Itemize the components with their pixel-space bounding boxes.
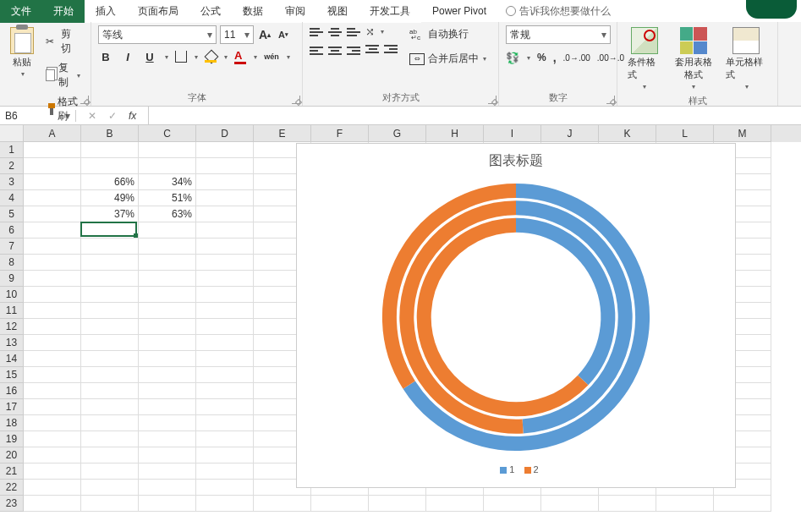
tab-home[interactable]: 开始 (42, 0, 85, 23)
cell-B10[interactable] (81, 287, 139, 303)
dialog-launcher-icon[interactable] (80, 96, 89, 104)
dialog-launcher-icon[interactable] (606, 96, 615, 104)
cell-A7[interactable] (24, 239, 81, 255)
cell-C2[interactable] (139, 158, 196, 174)
cell-A23[interactable] (24, 496, 81, 512)
cell-A5[interactable] (24, 206, 81, 222)
format-as-table-button[interactable]: 套用表格格式▾ (670, 25, 717, 92)
col-header-I[interactable]: I (484, 125, 541, 142)
cell-A15[interactable] (24, 367, 81, 383)
cell-B18[interactable] (81, 415, 139, 431)
italic-button[interactable]: I (120, 49, 135, 64)
row-header-2[interactable]: 2 (0, 158, 24, 174)
cell-A22[interactable] (24, 480, 81, 496)
cell-A19[interactable] (24, 431, 81, 447)
cell-D15[interactable] (196, 367, 254, 383)
cell-C20[interactable] (139, 447, 196, 463)
col-header-G[interactable]: G (369, 125, 426, 142)
cell-D17[interactable] (196, 399, 254, 415)
row-header-14[interactable]: 14 (0, 351, 24, 367)
cell-A6[interactable] (24, 222, 81, 239)
cell-D21[interactable] (196, 463, 254, 480)
font-color-button[interactable]: A (234, 49, 246, 64)
col-header-D[interactable]: D (196, 125, 254, 142)
align-left-button[interactable] (310, 45, 323, 57)
cell-D19[interactable] (196, 431, 254, 447)
tab-layout[interactable]: 页面布局 (127, 0, 189, 23)
cell-B6[interactable] (81, 222, 139, 239)
col-header-F[interactable]: F (311, 125, 369, 142)
cell-A2[interactable] (24, 158, 81, 174)
cell-C16[interactable] (139, 383, 196, 399)
paste-button[interactable]: 粘贴 ▾ (7, 25, 37, 80)
cell-J23[interactable] (541, 496, 599, 512)
cell-B20[interactable] (81, 447, 139, 463)
cell-D11[interactable] (196, 303, 254, 319)
cell-C17[interactable] (139, 399, 196, 415)
cell-C3[interactable]: 34% (139, 174, 196, 190)
cell-C7[interactable] (139, 239, 196, 255)
cell-D20[interactable] (196, 447, 254, 463)
cell-B21[interactable] (81, 463, 139, 480)
cell-styles-button[interactable]: 单元格样式▾ (722, 25, 771, 92)
row-header-5[interactable]: 5 (0, 206, 24, 222)
cell-B5[interactable]: 37% (81, 206, 139, 222)
cell-A17[interactable] (24, 399, 81, 415)
cell-D16[interactable] (196, 383, 254, 399)
cell-D5[interactable] (196, 206, 254, 222)
enter-formula-icon[interactable]: ✓ (108, 110, 117, 122)
increase-font-button[interactable]: A▴ (257, 27, 272, 42)
tab-insert[interactable]: 插入 (85, 0, 127, 23)
underline-button[interactable]: U (142, 49, 157, 64)
cell-A20[interactable] (24, 447, 81, 463)
account-pill[interactable] (746, 0, 797, 19)
cell-B14[interactable] (81, 351, 139, 367)
bold-button[interactable]: B (98, 49, 113, 64)
fill-color-button[interactable] (205, 51, 217, 63)
row-header-6[interactable]: 6 (0, 222, 24, 239)
cell-D14[interactable] (196, 351, 254, 367)
copy-button[interactable]: 复制▾ (42, 59, 84, 91)
cell-C8[interactable] (139, 255, 196, 271)
decrease-indent-button[interactable] (365, 45, 379, 57)
cell-B3[interactable]: 66% (81, 174, 139, 190)
tab-devtools[interactable]: 开发工具 (359, 0, 421, 23)
row-header-7[interactable]: 7 (0, 239, 24, 255)
cell-D6[interactable] (196, 222, 254, 239)
worksheet-grid[interactable]: ABCDEFGHIJKLM123456789101112131415161718… (0, 125, 801, 532)
merge-center-button[interactable]: ⇔合并后居中▾ (406, 50, 490, 68)
row-header-4[interactable]: 4 (0, 190, 24, 206)
cell-B8[interactable] (81, 255, 139, 271)
row-header-13[interactable]: 13 (0, 335, 24, 351)
currency-button[interactable]: 💱 (506, 52, 519, 64)
row-header-1[interactable]: 1 (0, 142, 24, 158)
cell-D10[interactable] (196, 287, 254, 303)
font-size-combo[interactable]: 11▾ (220, 25, 254, 44)
cell-C5[interactable]: 63% (139, 206, 196, 222)
cell-B22[interactable] (81, 480, 139, 496)
cell-A8[interactable] (24, 255, 81, 271)
row-header-22[interactable]: 22 (0, 480, 24, 496)
cell-F23[interactable] (311, 496, 369, 512)
comma-button[interactable]: , (553, 51, 557, 64)
cell-D13[interactable] (196, 335, 254, 351)
cell-M23[interactable] (714, 496, 771, 512)
phonetic-button[interactable]: wén (264, 49, 279, 64)
row-header-19[interactable]: 19 (0, 431, 24, 447)
chart-object[interactable]: 图表标题 1 2 (296, 143, 736, 488)
cell-B17[interactable] (81, 399, 139, 415)
cell-I23[interactable] (484, 496, 541, 512)
row-header-12[interactable]: 12 (0, 319, 24, 335)
number-format-combo[interactable]: 常规▾ (506, 25, 611, 44)
decrease-font-button[interactable]: A▾ (276, 27, 291, 42)
row-header-11[interactable]: 11 (0, 303, 24, 319)
cell-D12[interactable] (196, 319, 254, 335)
cell-C18[interactable] (139, 415, 196, 431)
cell-D7[interactable] (196, 239, 254, 255)
cell-C4[interactable]: 51% (139, 190, 196, 206)
cell-B12[interactable] (81, 319, 139, 335)
row-header-15[interactable]: 15 (0, 367, 24, 383)
col-header-K[interactable]: K (599, 125, 656, 142)
wrap-text-button[interactable]: 自动换行 (406, 25, 490, 43)
cell-B23[interactable] (81, 496, 139, 512)
